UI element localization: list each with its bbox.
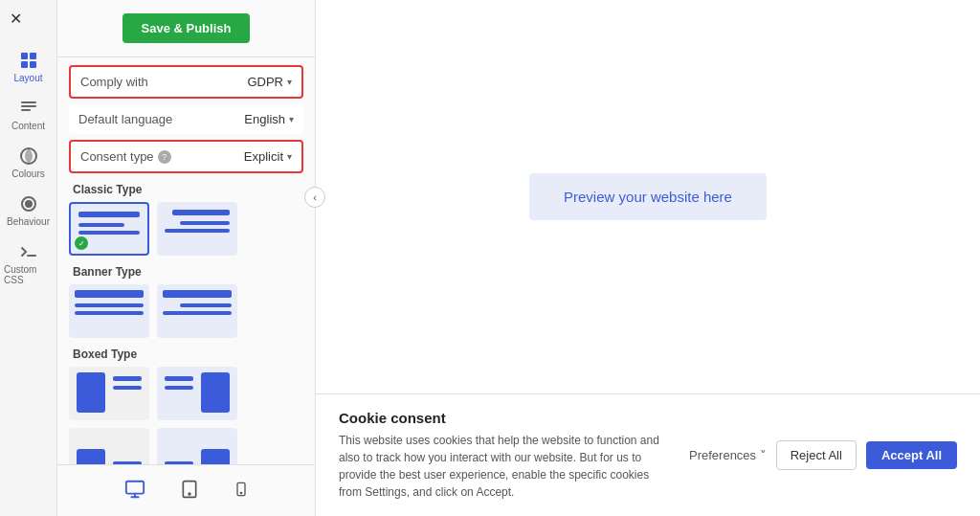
- comply-with-row: Comply with GDPR ▾: [69, 65, 303, 99]
- default-language-row: Default language English ▾: [69, 104, 303, 134]
- sidebar-item-colours[interactable]: Colours: [0, 139, 56, 187]
- bottom-toolbar: [57, 464, 315, 516]
- cookie-consent-bar: Cookie consent This website uses cookies…: [316, 393, 980, 516]
- comply-with-value[interactable]: GDPR ▾: [247, 75, 292, 89]
- boxed-type-grid: [69, 367, 303, 464]
- cookie-text-block: Cookie consent This website uses cookies…: [339, 410, 670, 501]
- collapse-panel-button[interactable]: ‹: [304, 187, 325, 208]
- banner-thumb-1[interactable]: [69, 284, 149, 338]
- settings-panel: Save & Publish Comply with GDPR ▾ Defaul…: [57, 0, 316, 516]
- svg-rect-3: [30, 61, 36, 68]
- banner-thumb-2[interactable]: [157, 284, 237, 338]
- svg-rect-1: [30, 53, 36, 59]
- banner-type-label: Banner Type: [73, 265, 300, 279]
- default-language-chevron: ▾: [289, 114, 294, 124]
- sidebar-item-colours-label: Colours: [11, 168, 44, 179]
- svg-rect-5: [21, 105, 36, 107]
- sidebar-item-custom-css-label: Custom CSS: [4, 264, 53, 285]
- sidebar-item-behaviour[interactable]: Behaviour: [0, 187, 56, 235]
- banner-type-grid: [69, 284, 303, 338]
- default-language-label: Default language: [78, 112, 172, 126]
- cookie-actions: Preferences ˅ Reject All Accept All: [689, 440, 957, 470]
- desktop-device-button[interactable]: [117, 475, 153, 506]
- svg-rect-0: [21, 53, 28, 59]
- sidebar-item-content-label: Content: [11, 121, 45, 131]
- cookie-title: Cookie consent: [339, 410, 670, 426]
- sidebar-item-layout[interactable]: Layout: [0, 43, 56, 91]
- sidebar-item-layout-label: Layout: [13, 73, 42, 83]
- classic-type-grid: ✓: [69, 202, 303, 256]
- selected-check-icon: ✓: [75, 236, 88, 250]
- consent-type-help-icon[interactable]: ?: [158, 150, 171, 164]
- consent-type-value[interactable]: Explicit ▾: [244, 149, 292, 164]
- comply-with-chevron: ▾: [287, 77, 292, 87]
- svg-point-12: [240, 492, 241, 493]
- classic-type-label: Classic Type: [73, 183, 300, 196]
- preview-main: ‹ Preview your website here: [316, 0, 980, 393]
- comply-with-label: Comply with: [80, 75, 148, 89]
- classic-thumb-2[interactable]: [157, 202, 237, 256]
- icon-bar: ✕ Layout Content Colours Behaviour Custo…: [0, 0, 57, 516]
- settings-header: Save & Publish: [57, 0, 315, 57]
- boxed-thumb-1[interactable]: [69, 367, 149, 420]
- sidebar-item-content[interactable]: Content: [0, 91, 56, 139]
- svg-rect-6: [21, 109, 31, 111]
- close-button[interactable]: ✕: [0, 10, 22, 28]
- preview-label: Preview your website here: [529, 173, 767, 220]
- classic-thumb-1[interactable]: ✓: [69, 202, 149, 256]
- preferences-button[interactable]: Preferences ˅: [689, 448, 767, 462]
- reject-all-button[interactable]: Reject All: [776, 440, 857, 470]
- boxed-thumb-4[interactable]: [157, 428, 237, 464]
- cookie-description: This website uses cookies that help the …: [339, 432, 664, 501]
- sidebar-item-behaviour-label: Behaviour: [7, 216, 50, 227]
- preview-area: ‹ Preview your website here Cookie conse…: [316, 0, 980, 516]
- settings-body: Comply with GDPR ▾ Default language Engl…: [57, 57, 315, 464]
- svg-rect-2: [21, 61, 28, 68]
- sidebar-item-custom-css[interactable]: Custom CSS: [0, 235, 56, 293]
- boxed-thumb-2[interactable]: [157, 367, 237, 420]
- default-language-value[interactable]: English ▾: [244, 112, 294, 126]
- boxed-type-label: Boxed Type: [73, 348, 300, 361]
- mobile-device-button[interactable]: [226, 475, 256, 506]
- consent-type-chevron: ▾: [287, 151, 292, 162]
- consent-type-row: Consent type ? Explicit ▾: [69, 140, 303, 173]
- svg-rect-4: [21, 101, 36, 103]
- tablet-device-button[interactable]: [172, 475, 207, 506]
- consent-type-label: Consent type ?: [80, 149, 171, 164]
- svg-point-10: [189, 493, 190, 495]
- boxed-thumb-3[interactable]: [69, 428, 149, 464]
- save-publish-button[interactable]: Save & Publish: [122, 13, 251, 43]
- svg-rect-8: [125, 482, 143, 494]
- accept-all-button[interactable]: Accept All: [866, 441, 957, 469]
